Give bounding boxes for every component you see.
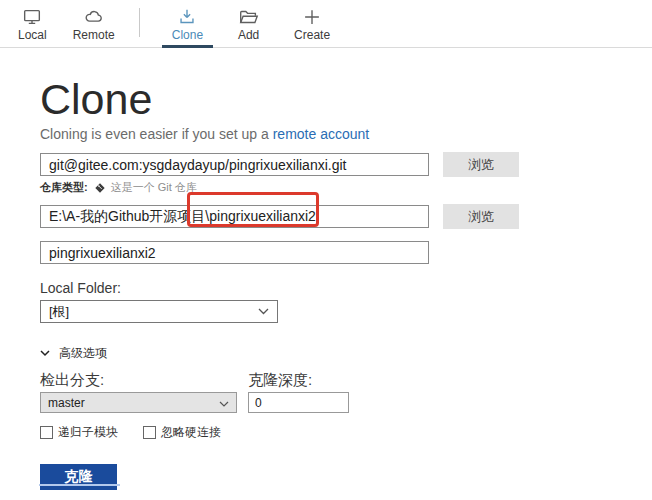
local-path-input[interactable]: [40, 205, 429, 228]
local-path-row: 浏览: [40, 204, 652, 229]
clone-button[interactable]: 克隆: [40, 464, 117, 490]
repo-url-row: 浏览: [40, 152, 652, 177]
git-logo-icon: [94, 182, 106, 194]
remote-account-link[interactable]: remote account: [273, 126, 370, 142]
local-folder-dropdown[interactable]: [根]: [40, 300, 278, 323]
repo-url-browse-button[interactable]: 浏览: [443, 152, 519, 177]
chevron-down-icon: [258, 308, 269, 315]
tab-add-label: Add: [238, 29, 259, 42]
clone-form: Clone Cloning is even easier if you set …: [0, 76, 652, 490]
repo-type-label: 仓库类型:: [40, 180, 88, 195]
plus-icon: [301, 6, 323, 28]
branch-dropdown[interactable]: master: [40, 392, 237, 413]
branch-value: master: [48, 396, 85, 410]
tab-local-label: Local: [18, 29, 47, 42]
repo-name-row: [40, 241, 652, 264]
repo-type-hint: 仓库类型: 这是一个 Git 仓库: [40, 180, 652, 195]
toolbar: Local Remote Clone Add Create: [0, 0, 652, 48]
recurse-submodules-label: 递归子模块: [58, 424, 118, 441]
clone-depth-label: 克隆深度:: [248, 371, 312, 389]
advanced-labels-row: 检出分支: 克隆深度:: [40, 371, 652, 389]
tab-create-label: Create: [294, 29, 330, 42]
tab-clone-label: Clone: [172, 29, 203, 42]
monitor-icon: [21, 6, 43, 28]
folder-open-icon: [237, 6, 260, 28]
local-folder-value: [根]: [49, 303, 69, 321]
checkbox-icon: [143, 426, 156, 439]
advanced-options-label: 高级选项: [59, 345, 107, 362]
repo-url-input[interactable]: [40, 153, 429, 176]
subtitle-text: Cloning is even easier if you set up a: [40, 126, 273, 142]
tab-remote[interactable]: Remote: [63, 0, 125, 47]
local-path-browse-button[interactable]: 浏览: [443, 204, 519, 229]
tab-create[interactable]: Create: [284, 0, 340, 47]
local-folder-label: Local Folder:: [40, 280, 652, 297]
clone-download-icon: [176, 6, 198, 28]
recurse-submodules-checkbox[interactable]: 递归子模块: [40, 424, 118, 441]
page-title: Clone: [40, 76, 652, 122]
chevron-down-icon: [219, 396, 229, 410]
toolbar-divider: [139, 8, 140, 37]
checkout-branch-label: 检出分支:: [40, 371, 248, 389]
ignore-hardlinks-label: 忽略硬连接: [161, 424, 221, 441]
clone-depth-input[interactable]: [248, 392, 349, 413]
checkbox-row: 递归子模块 忽略硬连接: [40, 424, 652, 441]
advanced-options-toggle[interactable]: 高级选项: [40, 345, 652, 362]
tab-clone[interactable]: Clone: [162, 0, 213, 47]
clone-window: Local Remote Clone Add Create: [0, 0, 652, 500]
tab-add[interactable]: Add: [227, 0, 270, 47]
faint-blue-line: [39, 484, 120, 486]
repo-type-value: 这是一个 Git 仓库: [111, 180, 197, 195]
tab-local[interactable]: Local: [8, 0, 57, 47]
advanced-controls-row: master: [40, 392, 652, 413]
tab-remote-label: Remote: [73, 29, 115, 42]
chevron-down-icon: [40, 350, 50, 357]
repo-name-input[interactable]: [40, 241, 429, 264]
ignore-hardlinks-checkbox[interactable]: 忽略硬连接: [143, 424, 221, 441]
checkbox-icon: [40, 426, 53, 439]
subtitle: Cloning is even easier if you set up a r…: [40, 125, 652, 143]
cloud-icon: [82, 6, 106, 28]
